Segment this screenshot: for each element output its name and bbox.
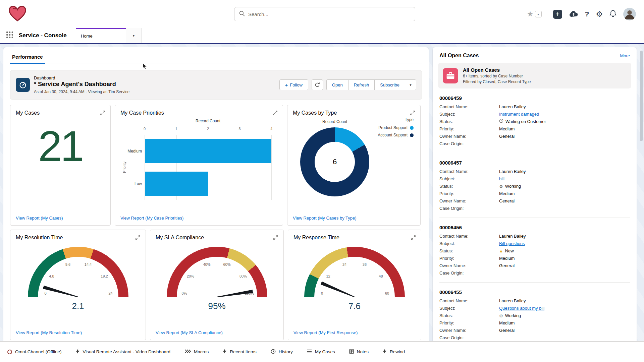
utility-rewind[interactable]: Rewind (383, 349, 405, 355)
refresh-icon-button[interactable] (312, 79, 323, 90)
expand-icon[interactable] (136, 235, 140, 240)
dashboard-header: Dashboard * Service Agent's Dashboard As… (10, 70, 422, 100)
case-number-link[interactable]: 00006459 (439, 95, 630, 102)
case-item: 00006455 Contact Name:Lauren Bailey Subj… (439, 283, 630, 347)
case-number-link[interactable]: 00006457 (439, 159, 630, 167)
list-icon (307, 349, 312, 355)
expand-icon[interactable] (100, 111, 105, 115)
search-input[interactable] (248, 11, 410, 17)
open-button[interactable]: Open (326, 79, 348, 90)
contact-name: Lauren Bailey (499, 168, 526, 175)
case-priorities-bar-chart: Record Count01234PriorityMediumLow (120, 119, 277, 203)
cases-by-type-donut-chart: 6 (300, 127, 369, 196)
app-launcher-icon[interactable] (6, 31, 13, 40)
legend-dot (410, 126, 414, 130)
card-title: My Cases (16, 110, 40, 116)
owner-name: General (499, 327, 515, 334)
subject-link[interactable]: Questions about my bill (499, 305, 544, 312)
working-gear-icon: ⚙ (499, 184, 503, 189)
card-title: My SLA Compliance (156, 235, 204, 241)
global-header: ★ ▾ + ? ⚙ (0, 0, 644, 28)
my-cases-metric-value: 21 (16, 125, 105, 168)
search-icon (239, 11, 245, 18)
utility-notes[interactable]: Notes (349, 349, 369, 355)
view-report-link[interactable]: View Report (My Case Priorities) (120, 216, 183, 221)
dashboard-meta: As of Jan 30, 2024, 9:44 AM · Viewing as… (34, 89, 129, 94)
favorites-star-icon[interactable]: ★ (527, 10, 534, 18)
more-link[interactable]: More (620, 53, 630, 58)
user-avatar[interactable] (623, 8, 636, 20)
scrollbar[interactable] (640, 51, 643, 141)
utility-recent-items[interactable]: Recent Items (223, 349, 257, 355)
dashboard-icon (16, 78, 30, 92)
response-time-gauge: 01224364860 (304, 247, 405, 297)
lightning-icon (383, 349, 387, 355)
lightning-icon (76, 349, 80, 355)
priority: Medium (499, 319, 515, 327)
case-item: 00006457 Contact Name:Lauren Bailey Subj… (439, 153, 630, 218)
help-icon[interactable]: ? (585, 10, 589, 18)
notifications-bell-icon[interactable] (609, 10, 616, 19)
dashboard-title: * Service Agent's Dashboard (34, 81, 129, 88)
case-number-link[interactable]: 00006455 (439, 289, 630, 296)
expand-icon[interactable] (273, 235, 278, 240)
global-add-icon[interactable]: + (553, 10, 562, 19)
setup-gear-icon[interactable]: ⚙ (596, 10, 603, 18)
tab-home[interactable]: Home (76, 28, 126, 43)
view-report-link[interactable]: View Report (My SLA Compliance) (156, 330, 223, 335)
view-report-link[interactable]: View Report (My First Response) (293, 330, 358, 335)
legend-item[interactable]: Account Support (378, 133, 414, 137)
owner-name: General (499, 133, 515, 140)
utility-history[interactable]: History (271, 349, 293, 355)
omni-channel-status-icon (7, 350, 12, 354)
priority: Medium (499, 190, 515, 197)
global-search (234, 7, 415, 21)
card-my-resolution-time: My Resolution Time 04.89.614.419.224 2.1… (10, 230, 146, 340)
utility-my-cases[interactable]: My Cases (307, 349, 335, 355)
subscribe-button[interactable]: Subscribe (374, 79, 405, 90)
working-gear-icon: ⚙ (499, 314, 503, 318)
utility-bar: Omni-Channel (Offline) Visual Remote Ass… (0, 341, 644, 362)
legend-title: Type (378, 117, 414, 122)
upload-cloud-icon[interactable] (569, 10, 578, 18)
view-report-link[interactable]: View Report (My Cases by Type) (293, 216, 357, 221)
card-title: My Cases by Type (293, 110, 337, 116)
expand-icon[interactable] (273, 111, 277, 115)
utility-visual-remote-assistant[interactable]: Visual Remote Assistant - Video Dashboar… (76, 349, 170, 355)
utility-macros[interactable]: Macros (184, 349, 209, 354)
follow-button[interactable]: + Follow (279, 79, 308, 90)
priority: Medium (499, 125, 515, 133)
chevrons-icon (184, 349, 191, 354)
card-my-response-time: My Response Time 01224364860 7.6 View Re… (288, 230, 421, 340)
expand-icon[interactable] (411, 235, 416, 240)
note-icon (349, 349, 354, 355)
utility-omni-channel[interactable]: Omni-Channel (Offline) (7, 349, 62, 354)
clock-icon (271, 349, 276, 355)
subject-link[interactable]: Instrument damaged (499, 111, 539, 118)
tab-dropdown-chevron[interactable]: ▾ (126, 28, 142, 43)
card-my-sla-compliance: My SLA Compliance 0%20%40%60%80%100% 95%… (150, 230, 284, 340)
case-item: 00006459 Contact Name:Lauren Bailey Subj… (439, 88, 630, 153)
priority: Medium (499, 255, 515, 262)
subject-link[interactable]: Bill questions (499, 240, 525, 247)
subject-link[interactable]: bill (499, 175, 504, 183)
dashboard-more-actions-caret[interactable]: ▾ (405, 79, 416, 90)
view-report-link[interactable]: View Report (My Cases) (16, 216, 63, 221)
case-number-link[interactable]: 00006456 (439, 224, 630, 231)
expand-icon[interactable] (410, 111, 415, 115)
main-content: Performance Dashboard * Service Agent's … (0, 44, 644, 341)
view-report-link[interactable]: View Report (My Resolution Time) (16, 330, 82, 335)
waiting-clock-icon (499, 118, 503, 125)
card-title: My Response Time (293, 235, 339, 241)
card-title: My Resolution Time (16, 235, 63, 241)
company-heart-logo (8, 5, 27, 23)
refresh-button[interactable]: Refresh (348, 79, 375, 90)
favorites-caret-icon[interactable]: ▾ (535, 11, 542, 17)
legend-item[interactable]: Product Support (378, 125, 414, 130)
dashboard-cards: My Cases 21 View Report (My Cases) My Ca… (10, 105, 422, 340)
cases-summary-count: 6+ items, sorted by Case Number (463, 74, 531, 78)
cases-summary: All Open Cases 6+ items, sorted by Case … (438, 63, 631, 88)
header-actions: ★ ▾ + ? ⚙ (527, 8, 636, 20)
performance-tab[interactable]: Performance (10, 50, 45, 64)
new-star-icon: ★ (499, 249, 503, 253)
